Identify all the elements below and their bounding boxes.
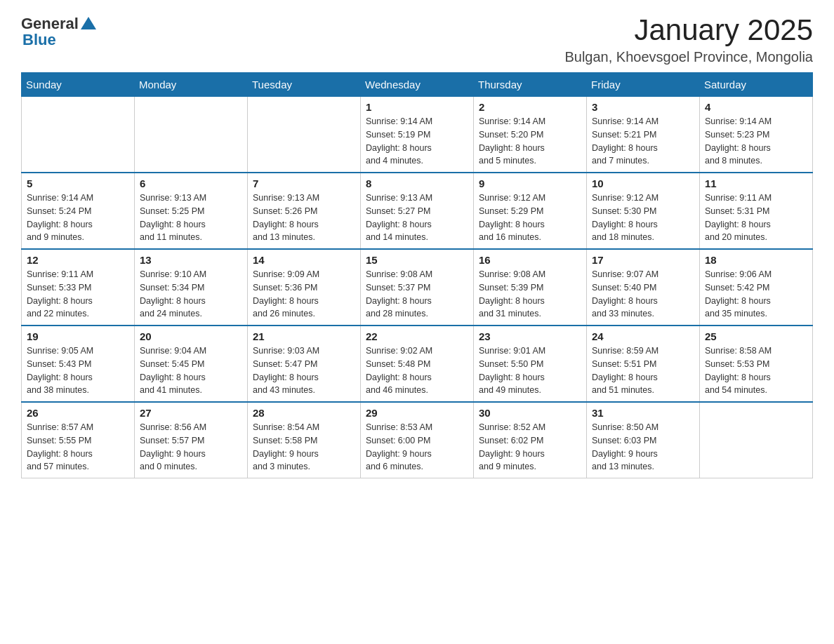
day-info: Sunrise: 9:13 AM Sunset: 5:25 PM Dayligh… (140, 192, 242, 244)
calendar-cell (135, 97, 248, 173)
day-number: 6 (140, 177, 242, 189)
day-header-wednesday: Wednesday (361, 73, 474, 97)
day-info: Sunrise: 9:08 AM Sunset: 5:37 PM Dayligh… (366, 268, 468, 321)
day-info: Sunrise: 9:10 AM Sunset: 5:34 PM Dayligh… (140, 268, 242, 321)
day-number: 18 (705, 254, 807, 266)
calendar-cell: 12Sunrise: 9:11 AM Sunset: 5:33 PM Dayli… (22, 249, 135, 326)
day-info: Sunrise: 9:11 AM Sunset: 5:33 PM Dayligh… (27, 268, 129, 321)
day-header-monday: Monday (135, 73, 248, 97)
day-info: Sunrise: 9:05 AM Sunset: 5:43 PM Dayligh… (27, 344, 129, 397)
day-info: Sunrise: 9:04 AM Sunset: 5:45 PM Dayligh… (140, 344, 242, 397)
calendar-cell: 16Sunrise: 9:08 AM Sunset: 5:39 PM Dayli… (474, 249, 587, 326)
calendar-cell: 1Sunrise: 9:14 AM Sunset: 5:19 PM Daylig… (361, 97, 474, 173)
week-row-1: 5Sunrise: 9:14 AM Sunset: 5:24 PM Daylig… (22, 173, 813, 249)
calendar-cell: 25Sunrise: 8:58 AM Sunset: 5:53 PM Dayli… (700, 326, 813, 402)
day-number: 25 (705, 330, 807, 342)
day-info: Sunrise: 9:13 AM Sunset: 5:26 PM Dayligh… (253, 192, 355, 244)
day-header-thursday: Thursday (474, 73, 587, 97)
day-number: 5 (27, 177, 129, 189)
calendar-cell: 4Sunrise: 9:14 AM Sunset: 5:23 PM Daylig… (700, 97, 813, 173)
day-info: Sunrise: 8:57 AM Sunset: 5:55 PM Dayligh… (27, 421, 129, 474)
week-row-0: 1Sunrise: 9:14 AM Sunset: 5:19 PM Daylig… (22, 97, 813, 173)
day-number: 7 (253, 177, 355, 189)
calendar-cell: 14Sunrise: 9:09 AM Sunset: 5:36 PM Dayli… (248, 249, 361, 326)
day-number: 26 (27, 407, 129, 419)
day-number: 22 (366, 330, 468, 342)
day-info: Sunrise: 9:01 AM Sunset: 5:50 PM Dayligh… (479, 344, 581, 397)
page-header: General Blue January 2025 Bulgan, Khoevs… (21, 14, 813, 65)
calendar-cell (22, 97, 135, 173)
calendar-cell: 26Sunrise: 8:57 AM Sunset: 5:55 PM Dayli… (22, 402, 135, 478)
day-info: Sunrise: 9:12 AM Sunset: 5:29 PM Dayligh… (479, 192, 581, 244)
calendar-cell: 23Sunrise: 9:01 AM Sunset: 5:50 PM Dayli… (474, 326, 587, 402)
day-info: Sunrise: 9:08 AM Sunset: 5:39 PM Dayligh… (479, 268, 581, 321)
day-number: 20 (140, 330, 242, 342)
day-number: 16 (479, 254, 581, 266)
day-info: Sunrise: 9:14 AM Sunset: 5:23 PM Dayligh… (705, 115, 807, 168)
calendar-cell: 17Sunrise: 9:07 AM Sunset: 5:40 PM Dayli… (587, 249, 700, 326)
calendar-cell: 13Sunrise: 9:10 AM Sunset: 5:34 PM Dayli… (135, 249, 248, 326)
day-info: Sunrise: 9:14 AM Sunset: 5:19 PM Dayligh… (366, 115, 468, 168)
calendar-cell: 29Sunrise: 8:53 AM Sunset: 6:00 PM Dayli… (361, 402, 474, 478)
calendar-body: 1Sunrise: 9:14 AM Sunset: 5:19 PM Daylig… (22, 97, 813, 478)
day-info: Sunrise: 8:50 AM Sunset: 6:03 PM Dayligh… (592, 421, 694, 474)
day-number: 30 (479, 407, 581, 419)
day-number: 11 (705, 177, 807, 189)
day-info: Sunrise: 9:14 AM Sunset: 5:20 PM Dayligh… (479, 115, 581, 168)
calendar-cell: 27Sunrise: 8:56 AM Sunset: 5:57 PM Dayli… (135, 402, 248, 478)
calendar-cell: 19Sunrise: 9:05 AM Sunset: 5:43 PM Dayli… (22, 326, 135, 402)
calendar-cell: 7Sunrise: 9:13 AM Sunset: 5:26 PM Daylig… (248, 173, 361, 249)
calendar-cell: 18Sunrise: 9:06 AM Sunset: 5:42 PM Dayli… (700, 249, 813, 326)
title-block: January 2025 Bulgan, Khoevsgoel Province… (564, 14, 813, 65)
day-number: 29 (366, 407, 468, 419)
day-header-saturday: Saturday (700, 73, 813, 97)
calendar-cell: 30Sunrise: 8:52 AM Sunset: 6:02 PM Dayli… (474, 402, 587, 478)
calendar-table: SundayMondayTuesdayWednesdayThursdayFrid… (21, 72, 813, 478)
day-number: 19 (27, 330, 129, 342)
calendar-cell: 9Sunrise: 9:12 AM Sunset: 5:29 PM Daylig… (474, 173, 587, 249)
day-number: 28 (253, 407, 355, 419)
day-header-tuesday: Tuesday (248, 73, 361, 97)
day-number: 14 (253, 254, 355, 266)
day-info: Sunrise: 9:07 AM Sunset: 5:40 PM Dayligh… (592, 268, 694, 321)
day-header-row: SundayMondayTuesdayWednesdayThursdayFrid… (22, 73, 813, 97)
day-info: Sunrise: 8:52 AM Sunset: 6:02 PM Dayligh… (479, 421, 581, 474)
calendar-cell: 28Sunrise: 8:54 AM Sunset: 5:58 PM Dayli… (248, 402, 361, 478)
day-info: Sunrise: 8:59 AM Sunset: 5:51 PM Dayligh… (592, 344, 694, 397)
day-info: Sunrise: 8:54 AM Sunset: 5:58 PM Dayligh… (253, 421, 355, 474)
calendar-cell: 8Sunrise: 9:13 AM Sunset: 5:27 PM Daylig… (361, 173, 474, 249)
day-number: 10 (592, 177, 694, 189)
calendar-cell: 22Sunrise: 9:02 AM Sunset: 5:48 PM Dayli… (361, 326, 474, 402)
day-number: 3 (592, 101, 694, 113)
calendar-cell: 6Sunrise: 9:13 AM Sunset: 5:25 PM Daylig… (135, 173, 248, 249)
logo-text-blue: Blue (22, 31, 56, 49)
day-number: 27 (140, 407, 242, 419)
logo: General Blue (21, 14, 96, 49)
calendar-cell (248, 97, 361, 173)
day-number: 15 (366, 254, 468, 266)
calendar-header: SundayMondayTuesdayWednesdayThursdayFrid… (22, 73, 813, 97)
day-number: 13 (140, 254, 242, 266)
day-header-friday: Friday (587, 73, 700, 97)
logo-triangle-icon (81, 15, 96, 31)
day-number: 8 (366, 177, 468, 189)
day-number: 2 (479, 101, 581, 113)
day-number: 21 (253, 330, 355, 342)
day-info: Sunrise: 9:14 AM Sunset: 5:21 PM Dayligh… (592, 115, 694, 168)
day-number: 4 (705, 101, 807, 113)
calendar-cell: 20Sunrise: 9:04 AM Sunset: 5:45 PM Dayli… (135, 326, 248, 402)
calendar-cell (700, 402, 813, 478)
day-info: Sunrise: 8:58 AM Sunset: 5:53 PM Dayligh… (705, 344, 807, 397)
calendar-cell: 3Sunrise: 9:14 AM Sunset: 5:21 PM Daylig… (587, 97, 700, 173)
calendar-cell: 5Sunrise: 9:14 AM Sunset: 5:24 PM Daylig… (22, 173, 135, 249)
calendar-cell: 15Sunrise: 9:08 AM Sunset: 5:37 PM Dayli… (361, 249, 474, 326)
week-row-3: 19Sunrise: 9:05 AM Sunset: 5:43 PM Dayli… (22, 326, 813, 402)
day-number: 24 (592, 330, 694, 342)
day-info: Sunrise: 9:02 AM Sunset: 5:48 PM Dayligh… (366, 344, 468, 397)
calendar-cell: 11Sunrise: 9:11 AM Sunset: 5:31 PM Dayli… (700, 173, 813, 249)
day-number: 23 (479, 330, 581, 342)
day-info: Sunrise: 9:09 AM Sunset: 5:36 PM Dayligh… (253, 268, 355, 321)
day-info: Sunrise: 8:56 AM Sunset: 5:57 PM Dayligh… (140, 421, 242, 474)
svg-marker-0 (81, 17, 96, 29)
calendar-cell: 24Sunrise: 8:59 AM Sunset: 5:51 PM Dayli… (587, 326, 700, 402)
